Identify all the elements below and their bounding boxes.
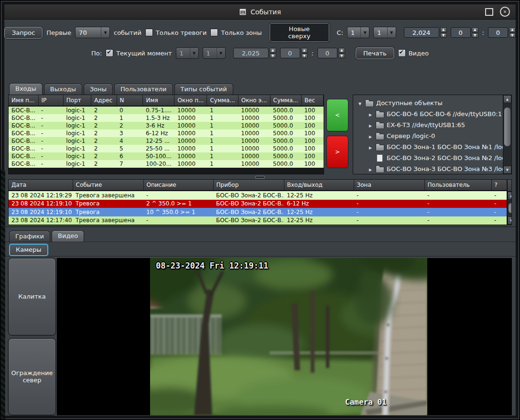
column-header[interactable]: Имя xyxy=(143,95,174,106)
events-count-select[interactable]: 70 xyxy=(75,27,110,38)
tree-item[interactable]: EX-6-T3 //dev/ttyUSB1:65 xyxy=(357,119,503,130)
tab-video[interactable]: Видео xyxy=(52,230,84,242)
table-row[interactable]: БОС-В...-logic-1211.5-3 Hz10000110000500… xyxy=(9,114,324,122)
column-header[interactable]: Событие xyxy=(73,180,143,191)
spin-down-icon[interactable] xyxy=(472,33,478,38)
to-day-select[interactable]: 1 xyxy=(176,47,199,59)
scroll-track[interactable] xyxy=(503,103,511,166)
column-header[interactable]: ? xyxy=(491,180,507,191)
column-header[interactable]: Окно э... xyxy=(238,95,270,106)
splitter-handle[interactable] xyxy=(270,416,280,417)
camera-button-gate[interactable]: Калитка xyxy=(8,258,56,335)
column-header[interactable]: Дата xyxy=(9,180,73,191)
table-row[interactable]: 23 08 2024 12:19:10Тревога10 ^ 350.0 >= … xyxy=(9,208,507,216)
table-row[interactable]: 23 08 2024 12:19:29Тревога завершена-БОС… xyxy=(9,191,507,200)
events-scrollbar[interactable] xyxy=(507,180,512,225)
tree-scrollbar[interactable] xyxy=(503,95,511,174)
video-checkbox[interactable]: Видео xyxy=(398,49,429,57)
table-row[interactable]: 23 08 2024 12:17:40Тревога завершена-БОС… xyxy=(9,216,507,225)
spin-down-icon[interactable] xyxy=(509,33,516,38)
to-year-spinner[interactable]: 2,025 xyxy=(233,48,276,58)
print-button[interactable]: Печать xyxy=(356,47,394,59)
scroll-down-icon[interactable] xyxy=(508,216,512,225)
tab-outputs[interactable]: Выходы xyxy=(44,84,82,95)
table-row[interactable]: БОС-В...-logic-12525-50 ...1000011000050… xyxy=(9,145,324,152)
scroll-up-icon[interactable] xyxy=(503,95,511,103)
from-day-select[interactable]: 1 xyxy=(347,27,369,38)
scroll-thumb[interactable] xyxy=(504,107,511,147)
query-button[interactable]: Запрос xyxy=(4,27,43,39)
column-header[interactable]: Вес xyxy=(301,95,323,106)
table-row[interactable]: БОС-В...-logic-127100-20...1000011000050… xyxy=(9,160,324,168)
table-row[interactable]: БОС-В...-logic-1236-12 Hz100001100005000… xyxy=(9,129,324,137)
column-header[interactable]: Сумма... xyxy=(207,95,238,106)
table-row[interactable]: БОС-В...-logic-1200.75-1....100001100005… xyxy=(9,106,324,114)
chevron-right-icon[interactable] xyxy=(368,121,373,129)
maximize-button[interactable] xyxy=(485,8,493,16)
horizontal-splitter[interactable] xyxy=(4,175,516,179)
tab-cameras[interactable]: Камеры xyxy=(9,244,48,256)
tab-zones[interactable]: Зоны xyxy=(84,84,113,95)
from-year-spinner[interactable]: 2,024 xyxy=(404,27,447,38)
close-button[interactable] xyxy=(500,7,510,17)
from-minutes-spinner[interactable]: 0 xyxy=(488,27,516,38)
tab-charts[interactable]: Графики xyxy=(9,231,50,242)
to-minutes-spinner[interactable]: 0 xyxy=(317,48,345,58)
column-header[interactable]: Прибор xyxy=(213,180,284,191)
tree-item[interactable]: БОС-ВО Зона-1 БОС-ВО Зона №1 /logic-1:1 xyxy=(357,141,503,152)
column-header[interactable]: Вход/выход xyxy=(284,180,354,191)
column-header[interactable]: IP xyxy=(38,95,63,106)
move-left-button[interactable]: < xyxy=(326,99,348,131)
only-alarms-checkbox[interactable]: Только тревоги xyxy=(145,29,207,36)
spin-down-icon[interactable] xyxy=(270,54,276,59)
column-header[interactable]: Адрес xyxy=(91,95,117,106)
spin-up-icon[interactable] xyxy=(301,48,308,53)
spin-up-icon[interactable] xyxy=(440,27,447,32)
tree-item[interactable]: Сервер /logic-0 xyxy=(357,130,503,141)
tree-item[interactable]: БОС-ВО Зона-2 БОС-ВО Зона №2 /logic-1:2 xyxy=(357,152,503,163)
tab-users[interactable]: Пользователи xyxy=(114,84,173,95)
tree-item[interactable]: БОС-ВО-6 БОС-ВО-6 //dev/ttyUSB0:1 xyxy=(357,108,503,119)
scroll-thumb[interactable] xyxy=(508,203,512,213)
column-header[interactable]: Описание xyxy=(143,180,213,191)
column-header[interactable]: N xyxy=(117,95,143,106)
spin-down-icon[interactable] xyxy=(301,54,308,59)
table-row[interactable]: БОС-В...-logic-12650-100...1000011000050… xyxy=(9,152,324,160)
table-row[interactable]: БОС-В...-logic-1223-6 Hz100001100005000.… xyxy=(9,122,324,129)
tree-item[interactable]: БОС-ВО Зона-3 БОС-ВО Зона №3 /logic-1:3 xyxy=(357,163,503,174)
spin-up-icon[interactable] xyxy=(509,27,516,32)
column-header[interactable]: Зона xyxy=(354,180,424,191)
spin-up-icon[interactable] xyxy=(472,27,478,32)
from-month-select[interactable]: 1 xyxy=(373,27,396,38)
to-hours-spinner[interactable]: 0 xyxy=(280,48,308,58)
spin-down-icon[interactable] xyxy=(338,54,345,59)
chevron-right-icon[interactable] xyxy=(368,143,373,151)
only-zones-checkbox[interactable]: Только зоны xyxy=(210,29,261,36)
move-right-button[interactable]: > xyxy=(326,136,348,168)
column-header[interactable]: Окно п... xyxy=(174,95,207,106)
chevron-right-icon[interactable] xyxy=(368,165,373,172)
column-header[interactable]: Имя п... xyxy=(9,95,38,106)
splitter-handle[interactable] xyxy=(255,176,265,179)
chevron-right-icon[interactable] xyxy=(368,110,373,118)
table-row[interactable]: БОС-В...-logic-12412-25 ...1000011000050… xyxy=(9,137,324,145)
chevron-down-icon[interactable] xyxy=(357,99,363,107)
spin-up-icon[interactable] xyxy=(270,48,276,53)
to-month-select[interactable]: 1 xyxy=(203,47,226,59)
scroll-down-icon[interactable] xyxy=(503,166,511,174)
scroll-track[interactable] xyxy=(508,200,512,216)
table-row[interactable]: 23 08 2024 12:19:10Тревога2 ^ 350.0 >= 1… xyxy=(9,200,507,208)
from-hours-spinner[interactable]: 0 xyxy=(451,27,478,38)
tree-root[interactable]: Доступные объекты xyxy=(357,97,503,108)
spin-down-icon[interactable] xyxy=(440,33,447,38)
chevron-right-icon[interactable] xyxy=(368,132,373,140)
column-header[interactable]: Пользователь xyxy=(424,180,491,191)
column-header[interactable]: Порт xyxy=(63,95,91,106)
current-moment-checkbox[interactable]: Текущий момент xyxy=(106,49,172,57)
camera-button-fence-north[interactable]: Ограждение север xyxy=(8,338,56,416)
tab-event-types[interactable]: Типы событий xyxy=(174,84,233,95)
new-on-top-button[interactable]: Новые сверху xyxy=(270,23,329,42)
spin-up-icon[interactable] xyxy=(338,48,345,53)
tab-inputs[interactable]: Входы xyxy=(9,83,43,95)
column-header[interactable]: Сумма... xyxy=(270,95,301,106)
